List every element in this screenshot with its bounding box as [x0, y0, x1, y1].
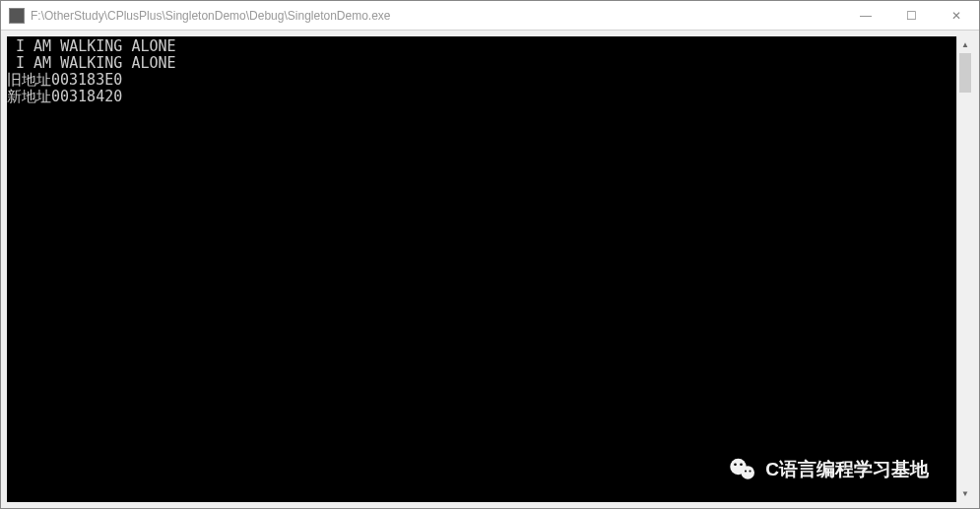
vertical-scrollbar[interactable]: ▲ ▼	[956, 36, 973, 502]
scroll-track[interactable]	[957, 53, 973, 485]
close-button[interactable]: ✕	[934, 1, 979, 30]
console-window: F:\OtherStudy\CPlusPlus\SingletonDemo\De…	[0, 0, 980, 509]
scroll-down-button[interactable]: ▼	[957, 485, 973, 502]
wechat-icon	[728, 455, 757, 484]
svg-point-0	[731, 459, 748, 476]
console-line: 新地址00318420	[7, 88, 122, 105]
scroll-up-button[interactable]: ▲	[957, 36, 973, 53]
svg-point-2	[734, 463, 737, 466]
window-controls: — ☐ ✕	[843, 1, 979, 30]
scroll-thumb[interactable]	[959, 53, 971, 93]
app-icon	[9, 8, 25, 24]
console-frame: I AM WALKING ALONE I AM WALKING ALONE 旧地…	[1, 31, 979, 508]
console-line: I AM WALKING ALONE	[7, 54, 176, 72]
maximize-button[interactable]: ☐	[888, 1, 934, 30]
minimize-button[interactable]: —	[843, 1, 888, 30]
svg-point-5	[750, 470, 751, 472]
window-title: F:\OtherStudy\CPlusPlus\SingletonDemo\De…	[31, 9, 843, 23]
console-text: I AM WALKING ALONE I AM WALKING ALONE 旧地…	[7, 36, 956, 105]
svg-point-3	[740, 463, 743, 466]
svg-point-1	[742, 466, 755, 479]
console-line: I AM WALKING ALONE	[7, 37, 176, 55]
console-line: 旧地址003183E0	[7, 71, 122, 89]
console-output-area[interactable]: I AM WALKING ALONE I AM WALKING ALONE 旧地…	[7, 36, 956, 502]
svg-point-4	[745, 470, 747, 472]
watermark: C语言编程学习基地	[728, 455, 929, 484]
watermark-text: C语言编程学习基地	[765, 457, 929, 482]
titlebar[interactable]: F:\OtherStudy\CPlusPlus\SingletonDemo\De…	[1, 1, 979, 31]
